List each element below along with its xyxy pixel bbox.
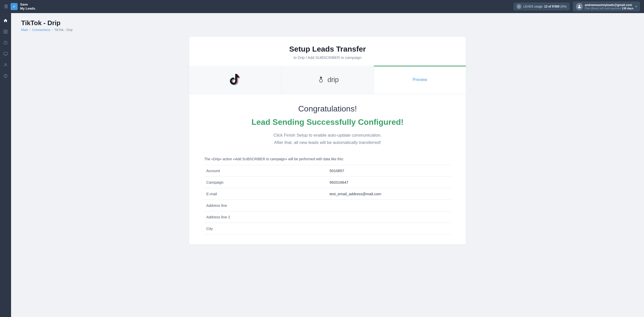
leads-usage-text: LEADS usage: 13 of 5'000 (0%) — [524, 5, 567, 8]
hamburger-icon[interactable]: ☰ — [4, 4, 8, 9]
data-table: Account 5010857 Campaign 992016647 E-mai… — [204, 165, 451, 234]
leads-usage-badge: i LEADS usage: 13 of 5'000 (0%) — [513, 3, 570, 11]
user-info: andrewsavemyleads@gmail.com Plan |Basic|… — [585, 3, 633, 10]
drip-icon — [316, 75, 326, 84]
setup-title-area: Setup Leads Transfer to Drip / Add SUBSC… — [189, 37, 466, 66]
step-tabs: drip Preview — [189, 66, 466, 94]
table-cell-value — [328, 223, 451, 234]
success-title: Lead Sending Successfully Configured! — [204, 117, 451, 127]
table-row: E-mail test_email_address@mail.com — [204, 188, 451, 200]
logo-mark: ✓ — [11, 3, 18, 10]
sidebar-item-templates[interactable] — [1, 49, 10, 58]
table-cell-value: 5010857 — [328, 165, 451, 176]
page-header: TikTok - Drip Main / Connections / TikTo… — [21, 19, 634, 32]
table-row: Account 5010857 — [204, 165, 451, 176]
table-cell-label: Address line — [204, 200, 328, 211]
logo-area: ☰ ✓ Save My Leads. — [4, 3, 36, 10]
breadcrumb: Main / Connections / TikTok - Drip — [21, 28, 634, 32]
content-section: Congratulations! Lead Sending Successful… — [189, 94, 466, 245]
table-row: City — [204, 223, 451, 234]
top-nav: ☰ ✓ Save My Leads. i LEADS usage: 13 of … — [0, 0, 644, 13]
tab-tiktok[interactable] — [189, 66, 281, 94]
logo-text: Save My Leads. — [20, 3, 36, 10]
sidebar-item-help[interactable] — [1, 71, 10, 81]
table-cell-value — [328, 211, 451, 223]
breadcrumb-connections[interactable]: Connections — [32, 28, 50, 32]
table-cell-value — [328, 200, 451, 211]
sidebar-item-connections[interactable] — [1, 27, 10, 36]
svg-point-9 — [6, 77, 6, 77]
tab-preview[interactable]: Preview — [374, 66, 466, 94]
setup-main-title: Setup Leads Transfer — [199, 45, 456, 53]
breadcrumb-sep: / — [30, 28, 31, 32]
svg-rect-3 — [4, 32, 5, 33]
chevron-down-icon: ▾ — [635, 5, 637, 8]
tab-drip[interactable]: drip — [281, 66, 374, 94]
preview-tab-label: Preview — [413, 77, 427, 82]
svg-rect-6 — [4, 52, 8, 55]
sidebar-item-account[interactable] — [1, 60, 10, 69]
svg-point-7 — [5, 63, 6, 65]
user-badge[interactable]: andrewsavemyleads@gmail.com Plan |Basic|… — [573, 2, 640, 12]
drip-text-label: drip — [328, 76, 339, 84]
content-area: TikTok - Drip Main / Connections / TikTo… — [11, 13, 644, 317]
table-row: Address line — [204, 200, 451, 211]
breadcrumb-current: TikTok - Drip — [54, 28, 72, 32]
sidebar-item-home[interactable] — [1, 16, 10, 25]
table-cell-label: E-mail — [204, 188, 328, 200]
svg-rect-2 — [6, 30, 7, 31]
table-cell-label: Account — [204, 165, 328, 176]
info-icon: i — [516, 4, 521, 9]
setup-subtitle: to Drip / Add SUBSCRIBER to campaign — [199, 55, 456, 60]
congrats-title: Congratulations! — [204, 104, 451, 113]
user-avatar — [576, 3, 583, 10]
sidebar-item-billing[interactable] — [1, 38, 10, 47]
table-row: Campaign 992016647 — [204, 176, 451, 188]
breadcrumb-main[interactable]: Main — [21, 28, 28, 32]
user-plan: Plan |Basic| left until payment 138 days — [585, 7, 633, 10]
logo-check-icon: ✓ — [13, 5, 16, 9]
nav-right: i LEADS usage: 13 of 5'000 (0%) andrewsa… — [513, 2, 640, 12]
svg-rect-4 — [6, 32, 7, 33]
table-cell-label: Campaign — [204, 176, 328, 188]
page-title: TikTok - Drip — [21, 19, 634, 27]
tiktok-logo — [228, 73, 242, 87]
svg-rect-1 — [4, 30, 5, 31]
sidebar — [0, 13, 11, 317]
success-description: Click Finish Setup to enable auto-update… — [204, 132, 451, 146]
data-info-label: The «Drip» action «Add SUBSCRIBER to cam… — [204, 156, 451, 162]
table-cell-value: 992016647 — [328, 176, 451, 188]
table-cell-label: Address line 2 — [204, 211, 328, 223]
drip-logo: drip — [316, 75, 339, 84]
setup-card: Setup Leads Transfer to Drip / Add SUBSC… — [189, 37, 466, 245]
main-layout: TikTok - Drip Main / Connections / TikTo… — [0, 13, 644, 317]
breadcrumb-sep-2: / — [52, 28, 53, 32]
table-row: Address line 2 — [204, 211, 451, 223]
table-cell-value: test_email_address@mail.com — [328, 188, 451, 200]
table-cell-label: City — [204, 223, 328, 234]
svg-point-0 — [579, 5, 580, 7]
